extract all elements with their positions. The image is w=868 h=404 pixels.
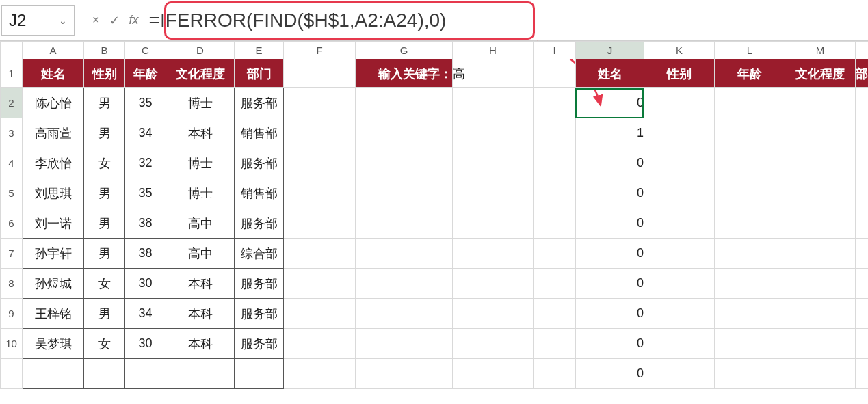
cell[interactable]: [534, 118, 576, 148]
cell[interactable]: 博士: [166, 148, 235, 178]
cell[interactable]: [785, 148, 856, 178]
cell[interactable]: [715, 148, 785, 178]
cell[interactable]: 服务部: [235, 269, 284, 299]
cell[interactable]: [453, 148, 534, 178]
cell[interactable]: [856, 299, 869, 329]
cell-N2[interactable]: [856, 88, 869, 118]
cell[interactable]: 35: [125, 178, 166, 208]
cell[interactable]: [856, 118, 869, 148]
cell-C2[interactable]: 35: [125, 88, 166, 118]
cell[interactable]: [644, 239, 715, 269]
select-all-corner[interactable]: [1, 42, 23, 59]
cell[interactable]: [785, 239, 856, 269]
cell[interactable]: 高中: [166, 239, 235, 269]
cell-J7[interactable]: 0: [576, 239, 644, 269]
cell[interactable]: 本科: [166, 269, 235, 299]
cell[interactable]: [785, 359, 856, 389]
cell[interactable]: [785, 118, 856, 148]
cell[interactable]: [453, 299, 534, 329]
cell[interactable]: [715, 359, 785, 389]
col-header-C[interactable]: C: [125, 42, 166, 59]
cell[interactable]: [644, 208, 715, 239]
cell-E2[interactable]: 服务部: [235, 88, 284, 118]
cell[interactable]: [534, 299, 576, 329]
cell-H2[interactable]: [453, 88, 534, 118]
cell-B2[interactable]: 男: [84, 88, 125, 118]
row-header-9[interactable]: 9: [1, 299, 23, 329]
cell-J5[interactable]: 0: [576, 178, 644, 208]
cell[interactable]: [534, 178, 576, 208]
cell-J2-selected[interactable]: 0: [576, 88, 644, 118]
cell-J11[interactable]: 0: [576, 359, 644, 389]
cell[interactable]: [284, 269, 356, 299]
cell[interactable]: 综合部: [235, 239, 284, 269]
cell[interactable]: [284, 239, 356, 269]
cell[interactable]: [785, 269, 856, 299]
cell[interactable]: [534, 329, 576, 359]
cell[interactable]: [125, 359, 166, 389]
cell[interactable]: [715, 208, 785, 239]
cell[interactable]: [356, 178, 453, 208]
cell[interactable]: [785, 208, 856, 239]
cell[interactable]: [356, 329, 453, 359]
cell[interactable]: 38: [125, 239, 166, 269]
row-header-3[interactable]: 3: [1, 118, 23, 148]
cell-J6[interactable]: 0: [576, 208, 644, 239]
cell[interactable]: [856, 329, 869, 359]
row-header-4[interactable]: 4: [1, 148, 23, 178]
cell[interactable]: 本科: [166, 118, 235, 148]
formula-input[interactable]: =IFERROR(FIND($H$1,A2:A24),0): [146, 5, 868, 36]
cell-K2[interactable]: [644, 88, 715, 118]
cell[interactable]: [644, 118, 715, 148]
row-header-11[interactable]: [1, 359, 23, 389]
row-header-5[interactable]: 5: [1, 178, 23, 208]
cell[interactable]: [856, 359, 869, 389]
col-header-K[interactable]: K: [644, 42, 715, 59]
cell[interactable]: [715, 299, 785, 329]
fx-icon[interactable]: fx: [129, 13, 139, 27]
cell[interactable]: [453, 359, 534, 389]
cell[interactable]: [715, 239, 785, 269]
cell[interactable]: 王梓铭: [23, 299, 84, 329]
cell-L2[interactable]: [715, 88, 785, 118]
cell[interactable]: [356, 299, 453, 329]
col-header-B[interactable]: B: [84, 42, 125, 59]
cell[interactable]: 吴梦琪: [23, 329, 84, 359]
chevron-down-icon[interactable]: ⌄: [59, 15, 67, 26]
cell[interactable]: 服务部: [235, 299, 284, 329]
row-header-1[interactable]: 1: [1, 59, 23, 88]
cell[interactable]: [356, 148, 453, 178]
cell-F1[interactable]: [284, 59, 356, 88]
cell[interactable]: [534, 148, 576, 178]
cell[interactable]: 32: [125, 148, 166, 178]
cell[interactable]: [785, 299, 856, 329]
cell[interactable]: [235, 359, 284, 389]
cell[interactable]: [856, 239, 869, 269]
cell[interactable]: [644, 329, 715, 359]
cell-I2[interactable]: [534, 88, 576, 118]
spreadsheet-grid[interactable]: A B C D E F G H I J K L M 1 姓名 性别 年龄 文化程…: [0, 41, 868, 389]
cell[interactable]: [534, 208, 576, 239]
cell[interactable]: [534, 359, 576, 389]
col-header-N[interactable]: [856, 42, 869, 59]
cell[interactable]: 孙宇轩: [23, 239, 84, 269]
cell[interactable]: 销售部: [235, 118, 284, 148]
cell[interactable]: 38: [125, 208, 166, 239]
cell-A2[interactable]: 陈心怡: [23, 88, 84, 118]
cell[interactable]: 刘一诺: [23, 208, 84, 239]
cell[interactable]: [644, 148, 715, 178]
cancel-icon[interactable]: ×: [92, 13, 100, 27]
col-header-H[interactable]: H: [453, 42, 534, 59]
cell[interactable]: [356, 269, 453, 299]
cell[interactable]: 高中: [166, 208, 235, 239]
cell[interactable]: [856, 208, 869, 239]
cell[interactable]: [453, 118, 534, 148]
cell[interactable]: [453, 208, 534, 239]
cell[interactable]: [534, 239, 576, 269]
cell[interactable]: [453, 269, 534, 299]
cell[interactable]: 女: [84, 148, 125, 178]
cell[interactable]: [284, 329, 356, 359]
cell[interactable]: 男: [84, 118, 125, 148]
cell[interactable]: [715, 118, 785, 148]
col-header-M[interactable]: M: [785, 42, 856, 59]
